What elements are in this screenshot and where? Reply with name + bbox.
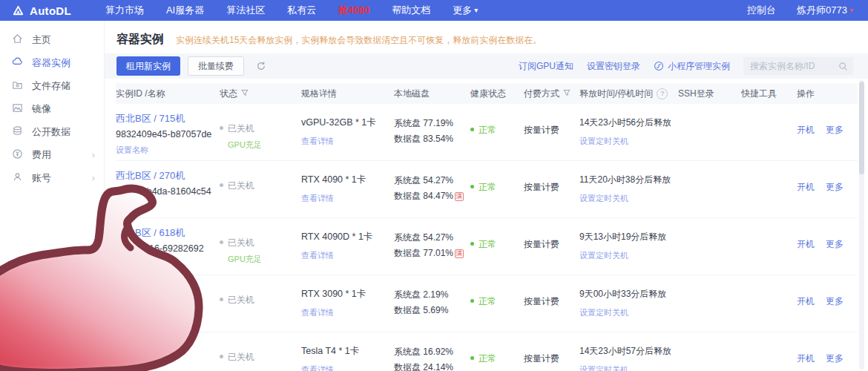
sidebar-item-billing[interactable]: 费用 › <box>0 143 104 166</box>
disk-full-badge: 满 <box>455 249 464 258</box>
refresh-icon[interactable] <box>256 61 266 71</box>
more-actions-button[interactable]: 更多 <box>826 238 844 251</box>
billing-mode: 按量计费 <box>524 125 559 135</box>
instance-name-link[interactable]: 西北B区 / 270机 <box>116 169 220 183</box>
vertical-scrollbar-thumb[interactable] <box>859 82 864 174</box>
sidebar-item-file-storage[interactable]: 文件存储 <box>0 74 104 97</box>
table-row: 西北B区 / 715机 9832409e45-b87057de 设置名称 已关机… <box>116 104 858 161</box>
power-on-button[interactable]: 开机 <box>797 352 815 365</box>
search-icon <box>838 62 848 71</box>
health-text: 正常 <box>479 353 496 364</box>
nav-item-more[interactable]: 更多▾ <box>453 4 478 17</box>
nav-item-private-cloud[interactable]: 私有云 <box>287 4 316 17</box>
filter-icon[interactable] <box>563 88 571 99</box>
database-icon <box>12 125 23 139</box>
health-dot <box>470 356 474 360</box>
gpu-spec: RTX 3090 * 1卡 <box>301 288 394 301</box>
billing-mode: 按量计费 <box>524 353 559 364</box>
table-row: 已关机 RTX 3090 * 1卡 查看详情 系统盘 2.19% 数据盘 5.6… <box>116 275 858 332</box>
health-dot <box>470 299 474 303</box>
page-title: 容器实例 <box>116 32 164 47</box>
help-icon: ? <box>657 88 668 99</box>
cloud-icon <box>12 56 23 70</box>
nav-item-ai-server[interactable]: AI服务器 <box>166 4 204 17</box>
nav-item-market[interactable]: 算力市场 <box>105 4 144 17</box>
release-countdown: 9天13小时19分后释放 <box>579 231 678 243</box>
scheduled-shutdown-link[interactable]: 设置定时关机 <box>579 307 678 318</box>
instance-table: 实例ID /名称 状态 规格详情 本地磁盘 健康状态 付费方式 释放时间/停机时… <box>105 83 868 371</box>
miniprogram-manage-link[interactable]: 小程序管理实例 <box>654 60 730 73</box>
instance-name-link[interactable]: 西北B区 / 618机 <box>116 226 220 240</box>
ssh-key-login-link[interactable]: 设置密钥登录 <box>587 60 640 73</box>
nav-item-docs[interactable]: 帮助文档 <box>392 4 430 17</box>
view-details-link[interactable]: 查看详情 <box>301 250 394 261</box>
power-on-button[interactable]: 开机 <box>797 238 815 251</box>
status-text: 已关机 <box>228 295 254 305</box>
vertical-scrollbar-track <box>859 80 864 370</box>
health-text: 正常 <box>479 125 496 135</box>
instance-id: 879545b4da-81604c54 <box>116 186 220 197</box>
filter-icon[interactable] <box>241 88 249 99</box>
health-text: 正常 <box>479 296 496 306</box>
more-actions-button[interactable]: 更多 <box>826 181 844 194</box>
search-box <box>743 57 853 75</box>
set-name-link[interactable]: 设置名称 <box>116 202 220 213</box>
scheduled-shutdown-link[interactable]: 设置定时关机 <box>579 250 678 261</box>
nav-item-community[interactable]: 算法社区 <box>226 4 265 17</box>
sidebar-item-public-data[interactable]: 公开数据 <box>0 120 104 143</box>
image-icon <box>12 102 23 116</box>
home-icon <box>12 33 23 47</box>
table-row: 已关机 Tesla T4 * 1卡 查看详情 系统盘 16.92% 数据盘 24… <box>116 332 858 371</box>
view-details-link[interactable]: 查看详情 <box>301 193 394 204</box>
view-details-link[interactable]: 查看详情 <box>301 364 394 371</box>
username: 炼丹师0773 <box>797 4 847 17</box>
gpu-spec: Tesla T4 * 1卡 <box>301 345 394 358</box>
yen-circle-icon <box>12 148 23 162</box>
batch-renew-button[interactable]: 批量续费 <box>188 56 244 76</box>
gpu-spec: RTX 4090 * 1卡 <box>301 174 394 186</box>
subscribe-gpu-link[interactable]: 订阅GPU通知 <box>519 60 573 73</box>
status-text: 已关机 <box>228 237 254 248</box>
health-dot <box>470 128 474 131</box>
billing-mode: 按量计费 <box>524 296 559 306</box>
view-details-link[interactable]: 查看详情 <box>301 307 394 318</box>
sidebar-item-account[interactable]: 账号 › <box>0 166 104 189</box>
nav-item-grab-4080[interactable]: 抢4080 <box>338 4 369 17</box>
system-disk-usage: 系统盘 2.19% <box>394 289 448 300</box>
status-text: 已关机 <box>228 123 254 134</box>
release-countdown: 11天20小时38分后释放 <box>579 174 678 186</box>
sidebar-item-images[interactable]: 镜像 <box>0 97 104 120</box>
miniprogram-icon <box>654 61 664 71</box>
sidebar-item-home[interactable]: 主页 <box>0 28 104 51</box>
power-on-button[interactable]: 开机 <box>797 181 815 194</box>
gpu-availability-note: GPU充足 <box>228 254 301 265</box>
set-name-link[interactable]: 设置名称 <box>116 145 220 156</box>
scheduled-shutdown-link[interactable]: 设置定时关机 <box>579 193 678 204</box>
power-on-button[interactable]: 开机 <box>797 124 815 137</box>
set-name-link[interactable]: 设置名称 <box>116 259 220 270</box>
user-icon <box>12 171 23 185</box>
rent-instance-button[interactable]: 租用新实例 <box>116 56 180 76</box>
more-actions-button[interactable]: 更多 <box>826 352 844 365</box>
instance-name-link[interactable]: 西北B区 / 715机 <box>116 112 220 125</box>
status-dot <box>220 355 223 358</box>
more-actions-button[interactable]: 更多 <box>826 295 844 308</box>
instance-id: 016-69282692 <box>116 243 220 254</box>
chevron-down-icon: ▾ <box>474 7 478 14</box>
search-input[interactable] <box>749 60 835 72</box>
autodl-logo[interactable]: AutoDL <box>12 4 71 17</box>
user-menu[interactable]: 炼丹师0773▾ <box>797 4 853 17</box>
chevron-right-icon: › <box>92 149 95 160</box>
status-text: 已关机 <box>228 352 254 362</box>
view-details-link[interactable]: 查看详情 <box>301 136 394 147</box>
console-link[interactable]: 控制台 <box>747 4 776 17</box>
scheduled-shutdown-link[interactable]: 设置定时关机 <box>579 364 678 371</box>
more-actions-button[interactable]: 更多 <box>826 124 844 137</box>
folder-icon <box>12 79 23 93</box>
power-on-button[interactable]: 开机 <box>797 295 815 308</box>
system-disk-usage: 系统盘 16.92% <box>394 347 453 357</box>
scheduled-shutdown-link[interactable]: 设置定时关机 <box>579 136 678 147</box>
sidebar-item-container-instances[interactable]: 容器实例 <box>0 51 104 74</box>
release-countdown: 14天23小时57分后释放 <box>579 345 678 358</box>
data-disk-usage: 数据盘 77.01% <box>394 248 453 258</box>
